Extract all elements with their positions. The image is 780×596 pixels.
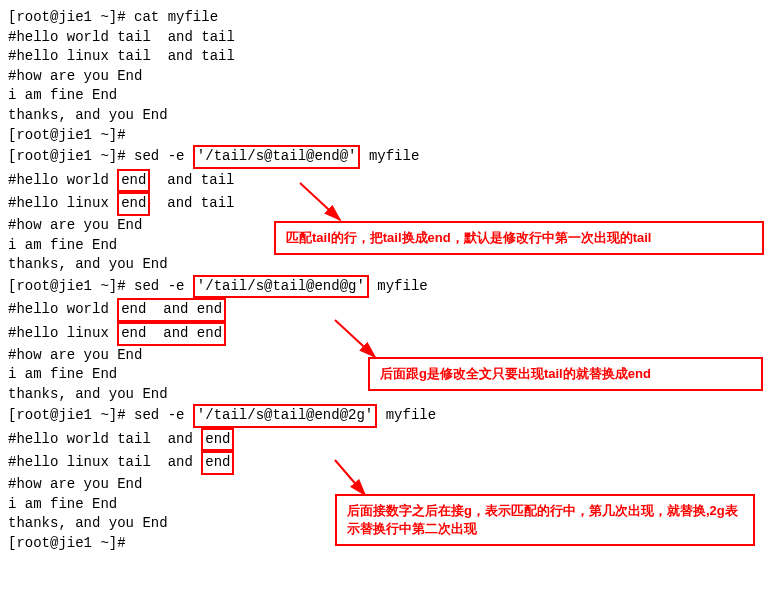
output-line: #hello world end and end [8, 298, 772, 322]
text: and tail [151, 48, 235, 64]
prompt-line: [root@jie1 ~]# sed -e '/tail/s@tail@end@… [8, 275, 772, 299]
command-text: myfile [377, 407, 436, 423]
text: and tail [150, 195, 234, 211]
command-text: sed -e [126, 407, 193, 423]
output-line: #hello linux end and tail [8, 192, 772, 216]
text: #hello linux tail and [8, 454, 201, 470]
text: #hello world [8, 301, 117, 317]
text: #hello linux [8, 48, 117, 64]
prompt: [root@jie1 ~]# [8, 407, 126, 423]
prompt-line: [root@jie1 ~]# cat myfile [8, 8, 772, 28]
command-text: sed -e [126, 148, 193, 164]
end-highlight: end and end [117, 298, 226, 322]
annotation-3: 后面接数字之后在接g，表示匹配的行中，第几次出现，就替换,2g表示替换行中第二次… [335, 494, 755, 546]
prompt-line: [root@jie1 ~]# [8, 126, 772, 146]
command-text: myfile [369, 278, 428, 294]
prompt: [root@jie1 ~]# [8, 278, 126, 294]
output-line: #hello linux tail and end [8, 451, 772, 475]
text: #hello world [8, 172, 117, 188]
end-highlight: end [201, 451, 234, 475]
prompt-line: [root@jie1 ~]# sed -e '/tail/s@tail@end@… [8, 404, 772, 428]
output-line: #how are you End [8, 67, 772, 87]
command-text: cat myfile [126, 9, 218, 25]
output-line: #hello world tail and end [8, 428, 772, 452]
sed-arg-highlight: '/tail/s@tail@end@' [193, 145, 361, 169]
prompt: [root@jie1 ~]# [8, 148, 126, 164]
text: #hello linux [8, 325, 117, 341]
prompt-line: [root@jie1 ~]# sed -e '/tail/s@tail@end@… [8, 145, 772, 169]
command-text: myfile [360, 148, 419, 164]
text: tail [117, 48, 151, 64]
annotation-2: 后面跟g是修改全文只要出现tail的就替换成end [368, 357, 763, 391]
text: tail [117, 29, 151, 45]
prompt: [root@jie1 ~]# [8, 9, 126, 25]
text: #hello world [8, 29, 117, 45]
end-highlight: end [117, 169, 150, 193]
output-line: #hello world tail and tail [8, 28, 772, 48]
text: and tail [150, 172, 234, 188]
sed-arg-highlight: '/tail/s@tail@end@2g' [193, 404, 377, 428]
end-highlight: end and end [117, 322, 226, 346]
output-line: i am fine End [8, 86, 772, 106]
text: #hello linux [8, 195, 117, 211]
output-line: thanks, and you End [8, 106, 772, 126]
output-line: #hello linux end and end [8, 322, 772, 346]
text: #hello world tail and [8, 431, 201, 447]
text: and tail [151, 29, 235, 45]
annotation-1: 匹配tail的行，把tail换成end，默认是修改行中第一次出现的tail [274, 221, 764, 255]
command-text: sed -e [126, 278, 193, 294]
output-line: thanks, and you End [8, 255, 772, 275]
end-highlight: end [201, 428, 234, 452]
output-line: #hello world end and tail [8, 169, 772, 193]
output-line: #how are you End [8, 475, 772, 495]
output-line: #hello linux tail and tail [8, 47, 772, 67]
end-highlight: end [117, 192, 150, 216]
sed-arg-highlight: '/tail/s@tail@end@g' [193, 275, 369, 299]
